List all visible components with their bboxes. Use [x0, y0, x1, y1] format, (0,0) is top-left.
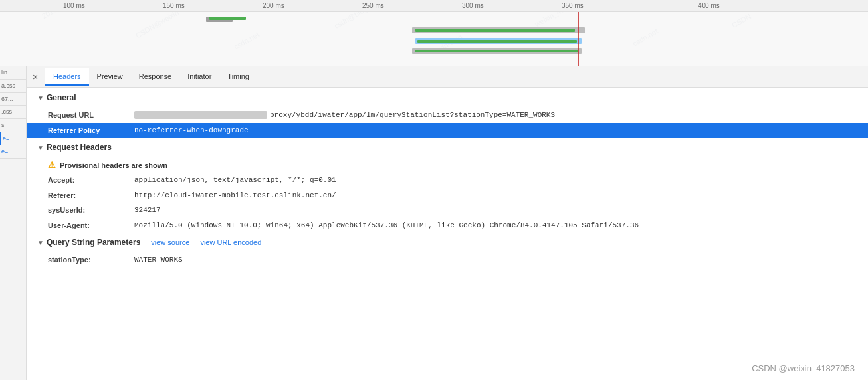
- ruler-label-150ms: 150 ms: [163, 2, 185, 9]
- timeline-vline-red: [578, 12, 579, 66]
- timeline-row-3: [0, 36, 868, 45]
- query-string-arrow-icon: ▼: [37, 239, 44, 246]
- request-headers-section-header[interactable]: ▼ Request Headers: [27, 138, 868, 157]
- useragent-value: Mozilla/5.0 (Windows NT 10.0; Win64; x64…: [134, 220, 639, 231]
- request-url-value: proxy/ybdd/iwater/app/lm/queryStationLis…: [134, 110, 555, 121]
- query-string-section-header[interactable]: ▼ Query String Parameters view source vi…: [27, 233, 868, 252]
- tab-initiator[interactable]: Initiator: [179, 68, 219, 86]
- sidebar-item-1[interactable]: lin...: [0, 66, 26, 80]
- stationtype-value: WATER_WORKS: [134, 254, 183, 266]
- tab-response[interactable]: Response: [131, 68, 180, 86]
- bar-2-green: [415, 29, 575, 32]
- sidebar-item-2[interactable]: a.css: [0, 80, 26, 93]
- request-headers-section-label: Request Headers: [47, 143, 112, 152]
- sidebar-item-7[interactable]: e=...: [0, 145, 26, 159]
- timeline-row-4: [0, 47, 868, 56]
- sidebar-item-3[interactable]: 67...: [0, 93, 26, 106]
- timeline-vline-blue: [326, 12, 326, 66]
- request-headers-arrow-icon: ▼: [37, 144, 44, 151]
- ruler-label-200ms: 200 ms: [263, 2, 284, 9]
- provisional-headers-warning: ⚠ Provisional headers are shown: [27, 157, 868, 173]
- general-section-header[interactable]: ▼ General: [27, 88, 868, 108]
- ruler-label-300ms: 300 ms: [462, 2, 484, 9]
- referer-value: http://cloud-iwater-mobile.test.eslink.n…: [134, 190, 336, 201]
- useragent-header-row: User-Agent: Mozilla/5.0 (Windows NT 10.0…: [27, 218, 868, 233]
- content-spacer: [27, 268, 868, 321]
- sidebar-item-5[interactable]: s: [0, 119, 26, 132]
- main-panel: × Headers Preview Response Initiator Tim…: [27, 66, 868, 380]
- sidebar-item-6[interactable]: e=...: [0, 132, 26, 145]
- request-url-row: Request URL proxy/ybdd/iwater/app/lm/que…: [27, 108, 868, 123]
- timeline-rows: [0, 12, 868, 66]
- tab-preview[interactable]: Preview: [89, 68, 131, 86]
- accept-value: application/json, text/javascript, */*; …: [134, 175, 336, 186]
- view-source-link[interactable]: view source: [151, 238, 189, 246]
- general-arrow-icon: ▼: [37, 94, 44, 102]
- referrer-policy-row: Referrer Policy no-referrer-when-downgra…: [27, 123, 868, 138]
- sidebar-item-4[interactable]: .css: [0, 106, 26, 119]
- accept-header-row: Accept: application/json, text/javascrip…: [27, 173, 868, 188]
- ruler-label-350ms: 350 ms: [562, 2, 584, 9]
- close-tab-button[interactable]: ×: [29, 71, 41, 83]
- stationtype-label: stationType:: [48, 254, 134, 266]
- view-url-encoded-link[interactable]: view URL encoded: [200, 238, 261, 246]
- ruler-label-100ms: 100 ms: [63, 2, 85, 9]
- stationtype-row: stationType: WATER_WORKS: [27, 252, 868, 268]
- ruler-label-250ms: 250 ms: [362, 2, 384, 9]
- sysuserid-header-row: sysUserId: 324217: [27, 203, 868, 218]
- sysuserid-label: sysUserId:: [48, 205, 134, 216]
- query-string-section-label: Query String Parameters: [47, 238, 140, 247]
- referrer-policy-label: Referrer Policy: [48, 125, 134, 136]
- timeline-row-2: [0, 25, 868, 35]
- tab-headers[interactable]: Headers: [45, 68, 89, 86]
- timeline-ruler: 100 ms 150 ms 200 ms 250 ms 300 ms 350 m…: [0, 0, 868, 12]
- bar-3-green: [417, 40, 577, 43]
- timeline-row-1: [0, 15, 868, 24]
- warning-icon: ⚠: [48, 160, 56, 170]
- bar-4-green: [415, 50, 578, 52]
- request-url-label: Request URL: [48, 110, 134, 121]
- tabs-bar: × Headers Preview Response Initiator Tim…: [27, 66, 868, 88]
- general-section-label: General: [47, 93, 76, 102]
- referrer-policy-value: no-referrer-when-downgrade: [134, 125, 249, 136]
- warning-text: Provisional headers are shown: [60, 161, 167, 169]
- tab-timing[interactable]: Timing: [219, 68, 257, 86]
- accept-label: Accept:: [48, 175, 134, 186]
- sysuserid-value: 324217: [134, 205, 161, 216]
- useragent-label: User-Agent:: [48, 220, 134, 231]
- ruler-label-400ms: 400 ms: [698, 2, 720, 9]
- content-area[interactable]: ▼ General Request URL proxy/ybdd/iwater/…: [27, 88, 868, 380]
- bar-1-green: [209, 17, 246, 20]
- referer-header-row: Referer: http://cloud-iwater-mobile.test…: [27, 188, 868, 203]
- referer-label: Referer:: [48, 190, 134, 201]
- sidebar: lin... a.css 67... .css s e=... e=...: [0, 66, 27, 380]
- timeline-area: 2020-09-11 CSDN@weixin csdn.net csdn@blo…: [0, 0, 868, 66]
